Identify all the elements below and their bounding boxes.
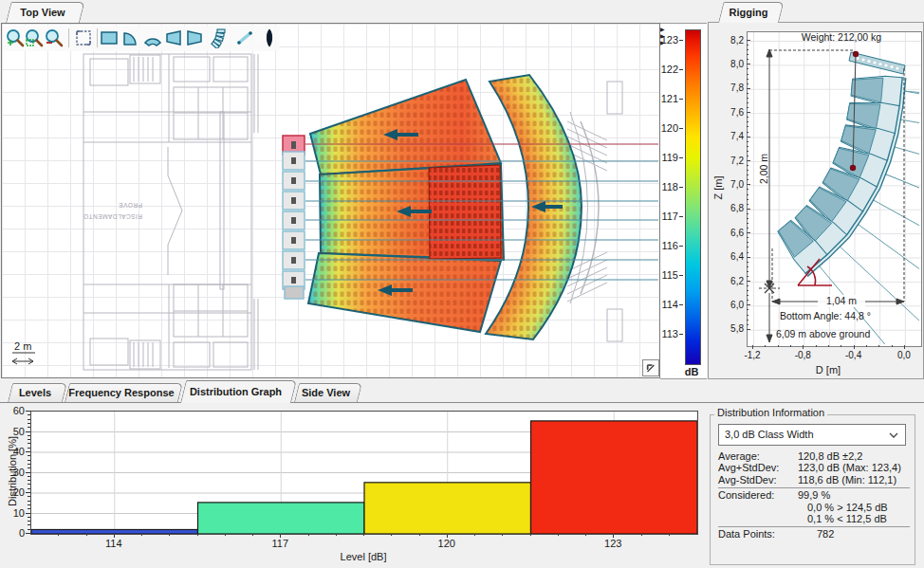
height-dimension-label: 2,00 m xyxy=(758,154,769,184)
chart-x-tick-label: 114 xyxy=(98,538,130,549)
surface-rectangle-icon[interactable] xyxy=(99,27,120,48)
tab-frequency-response[interactable]: Frequency Response xyxy=(65,383,178,402)
colorbar-tick-mark xyxy=(679,99,683,100)
info-row-label: Avg-StdDev: xyxy=(718,474,798,486)
info-row: Avg+StdDev:123,0 dB (Max: 123,4) xyxy=(718,462,910,473)
colorbar-tick-mark xyxy=(679,69,683,70)
zoom-extents-icon[interactable] xyxy=(73,27,94,48)
point-source-icon[interactable] xyxy=(259,27,280,48)
info-row-label: Considered: xyxy=(718,489,798,501)
chart-x-tick-label: 117 xyxy=(264,538,296,549)
tab-distribution-graph[interactable]: Distribution Graph xyxy=(180,380,291,403)
colorbar-tick-label: 113 xyxy=(660,328,678,339)
tab-levels[interactable]: Levels xyxy=(8,383,63,402)
tab-top-view[interactable]: Top View xyxy=(6,2,80,23)
chart-y-tick-label: 60 xyxy=(4,405,25,416)
info-row-label: Average: xyxy=(718,450,798,462)
toolbar-separator xyxy=(68,28,69,47)
zoom-in-icon[interactable] xyxy=(5,27,26,48)
colorbar-tick-mark xyxy=(679,246,683,247)
colorbar-tick-label: 116 xyxy=(660,240,678,251)
colorbar-tick-label: 121 xyxy=(660,93,678,104)
info-row: Considered:99,9 % xyxy=(718,489,910,501)
histogram-bar-114 xyxy=(31,529,198,534)
scale-marker: 2 m xyxy=(12,340,35,364)
chevron-down-icon xyxy=(889,432,898,438)
strut-icon[interactable] xyxy=(234,27,255,48)
speaker-box-sub xyxy=(285,286,304,299)
distribution-chart-plot xyxy=(30,411,698,535)
distribution-info-rows: Average:120,8 dB ±2,2Avg+StdDev:123,0 dB… xyxy=(718,450,910,541)
scale-label: 2 m xyxy=(14,340,31,352)
histogram-bar-117 xyxy=(198,503,365,534)
zoom-out-icon[interactable] xyxy=(44,27,65,48)
colorbar-tick-mark xyxy=(679,187,683,188)
info-row-value: 0,1 % < 112,5 dB xyxy=(798,513,887,524)
tab-label: Side View xyxy=(294,383,358,402)
info-row-value: 782 xyxy=(798,528,834,540)
class-width-dropdown[interactable]: 3,0 dB Class Width xyxy=(718,424,906,446)
colorbar-tick-label: 115 xyxy=(660,269,678,281)
chart-y-axis-label: Distribution [%] xyxy=(7,419,18,523)
colorbar-tick-label: 114 xyxy=(660,299,678,310)
colorbar-tick-label: 119 xyxy=(660,152,678,163)
restore-view-button[interactable] xyxy=(642,359,659,376)
info-row-label: Data Points: xyxy=(718,528,798,540)
distribution-info-title: Distribution Information xyxy=(714,407,827,418)
info-row-value: 118,6 dB (Min: 112,1) xyxy=(798,474,896,486)
colorbar-tick-mark xyxy=(679,334,683,335)
info-row-value: 123,0 dB (Max: 123,4) xyxy=(798,462,901,473)
cabinet-aim-lines xyxy=(903,91,924,123)
info-row: 0,0 % > 124,5 dB xyxy=(718,502,910,513)
surface-arc-icon[interactable] xyxy=(142,27,163,48)
colorbar-tick-label: 122 xyxy=(660,64,678,75)
surface-trapezoid-mirrored-icon[interactable] xyxy=(184,27,205,48)
tab-top-view-label: Top View xyxy=(6,2,80,23)
room-label-riscaldamento: RISCALDAMENTO xyxy=(83,213,142,220)
toolbar-separator xyxy=(97,28,98,47)
colorbar-tick-mark xyxy=(679,157,683,158)
tab-rigging[interactable]: Rigging xyxy=(718,2,779,23)
tab-label: Levels xyxy=(8,383,63,402)
tab-side-view[interactable]: Side View xyxy=(294,383,358,402)
class-width-value: 3,0 dB Class Width xyxy=(725,425,814,445)
width-dimension-label: 1,04 m xyxy=(826,295,857,306)
info-row-value: 99,9 % xyxy=(798,489,830,501)
colorbar-tick-label: 117 xyxy=(660,211,678,222)
top-view-toolbar xyxy=(3,26,280,51)
cg-marker xyxy=(850,165,856,171)
above-ground-label: 6,09 m above ground xyxy=(776,328,870,339)
zoom-window-icon[interactable] xyxy=(24,27,45,48)
info-row-value: 120,8 dB ±2,2 xyxy=(798,450,862,462)
spl-color-scale xyxy=(685,29,701,365)
scroll-chevron-icon[interactable]: ▶ xyxy=(660,27,665,32)
tab-label: Distribution Graph xyxy=(180,380,291,403)
surface-quarter-circle-icon[interactable] xyxy=(120,27,141,48)
top-view-drawing: PROVE RISCALDAMENTO xyxy=(1,23,658,376)
speaker-array-symbols[interactable] xyxy=(283,136,305,299)
tabbar-baseline xyxy=(0,402,924,403)
tab-rigging-label: Rigging xyxy=(718,2,779,23)
chart-x-axis-label: Level [dB] xyxy=(316,551,411,562)
bottom-angle-label: Bottom Angle: 44,8 ° xyxy=(780,310,871,321)
arrow-up-left-icon xyxy=(643,360,656,374)
histogram-bar-123 xyxy=(531,421,698,534)
info-row: Data Points:782 xyxy=(718,528,910,540)
info-divider xyxy=(718,526,910,527)
application-window: Top View xyxy=(0,0,924,568)
colorbar-tick-mark xyxy=(679,304,683,305)
colorbar-tick-mark xyxy=(679,216,683,217)
colorbar-tick-label: 123 xyxy=(660,34,678,46)
info-row-label: Avg+StdDev: xyxy=(718,462,798,473)
colorbar-tick-label: 118 xyxy=(660,181,678,192)
rigging-drawing: Weight: 212,00 kg 2,00 m 1,04 m Bottom A… xyxy=(708,0,924,379)
surface-trapezoid-icon[interactable] xyxy=(163,27,184,48)
histogram-bar-120 xyxy=(364,483,531,534)
weight-label: Weight: 212,00 kg xyxy=(802,31,882,43)
rigging-y-axis-label: Z [m] xyxy=(712,175,724,199)
colorbar-unit-label: dB xyxy=(680,366,703,377)
line-array-icon[interactable] xyxy=(208,27,229,48)
rigging-panel: Rigging 8,28,07,87,67,47,27,06,86,66,46,… xyxy=(708,0,924,379)
colorbar-tick-mark xyxy=(679,275,683,276)
colorbar-tick-mark xyxy=(679,128,683,129)
